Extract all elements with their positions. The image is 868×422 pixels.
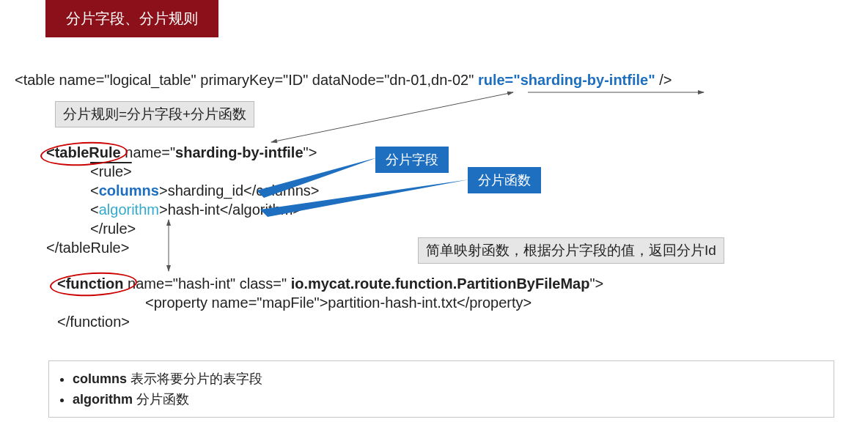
fn-open3: "> (589, 275, 603, 292)
desc-text: 简单映射函数，根据分片字段的值，返回分片Id (426, 243, 716, 258)
arrow-rule-diag (271, 92, 513, 142)
label-field-text: 分片字段 (386, 152, 438, 167)
col-val: sharding_id (168, 182, 243, 199)
title-box: 分片字段、分片规则 (45, 0, 218, 37)
fn-class: io.mycat.route.function.PartitionByFileM… (287, 275, 589, 292)
formula-box: 分片规则=分片字段+分片函数 (55, 101, 254, 127)
note1-key: columns (73, 371, 127, 386)
columns-tag: columns (99, 182, 159, 199)
fn-close: </function> (57, 312, 603, 331)
label-shard-field: 分片字段 (375, 147, 449, 173)
alg-val: hash-int (168, 201, 220, 218)
fn-prop: <property name="mapFile">partition-hash-… (57, 293, 603, 312)
label-shard-func: 分片函数 (468, 167, 541, 193)
note1-rest: 表示将要分片的表字段 (127, 371, 262, 386)
fn-line1: <function name="hash-int" class=" io.myc… (57, 274, 603, 293)
algorithm-tag: algorithm (99, 201, 159, 218)
note-2: algorithm 分片函数 (73, 390, 834, 408)
fn-open2: name="hash-int" class=" (128, 275, 287, 292)
notes-list: columns 表示将要分片的表字段 algorithm 分片函数 (49, 370, 834, 408)
tr-name: sharding-by-intfile (175, 144, 303, 160)
tr-algo-line: <algorithm>hash-int</algorithm> (46, 200, 319, 219)
tr-columns-line: <columns>sharding_id</columns> (46, 181, 319, 200)
rule-attr: rule="sharding-by-intfile" (478, 72, 655, 88)
desc-box: 简单映射函数，根据分片字段的值，返回分片Id (418, 237, 724, 264)
tr-open3: "> (304, 144, 317, 160)
tr-close: </tableRule> (46, 238, 319, 257)
tr-rule-close: </rule> (46, 219, 319, 238)
function-block: <function name="hash-int" class=" io.myc… (57, 274, 603, 331)
note-1: columns 表示将要分片的表字段 (73, 370, 834, 388)
col-lt: < (90, 182, 99, 199)
note2-rest: 分片函数 (133, 392, 189, 407)
alg-lt: < (90, 201, 99, 218)
table-suffix: /> (655, 72, 672, 88)
notes-box: columns 表示将要分片的表字段 algorithm 分片函数 (48, 360, 834, 418)
label-func-text: 分片函数 (478, 173, 531, 188)
table-prefix: <table name="logical_table" primaryKey="… (15, 72, 478, 88)
formula-text: 分片规则=分片字段+分片函数 (63, 106, 246, 122)
note2-key: algorithm (73, 392, 133, 407)
alg-close: </algorithm> (220, 201, 301, 218)
col-gt: > (159, 182, 168, 199)
col-close: </columns> (243, 182, 319, 199)
alg-gt: > (159, 201, 168, 218)
table-config-line: <table name="logical_table" primaryKey="… (15, 72, 672, 89)
title-text: 分片字段、分片规则 (66, 10, 198, 26)
tr-open2: name=" (121, 144, 175, 160)
